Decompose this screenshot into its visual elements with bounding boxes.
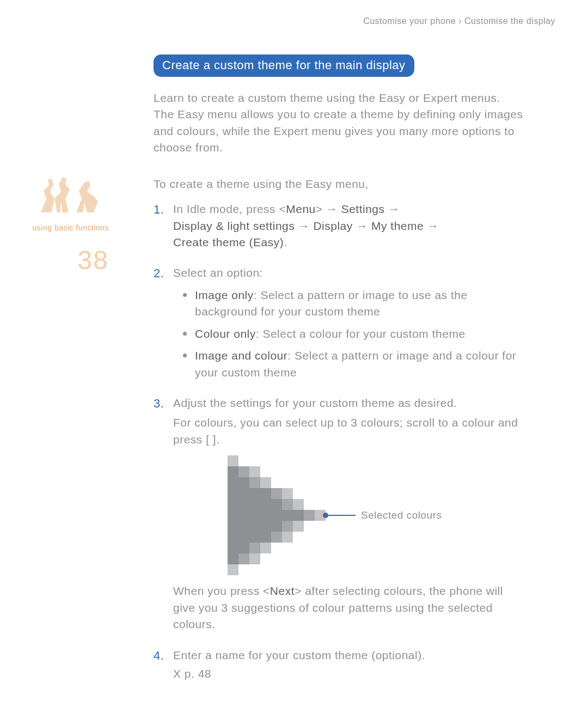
running-head-subsection: Customise the display	[464, 16, 555, 26]
step1-part: .	[284, 236, 287, 248]
intro-paragraph: Learn to create a custom theme using the…	[154, 90, 524, 156]
step-4-line-1: Enter a name for your custom theme (opti…	[173, 647, 524, 664]
step-3-line-2: For colours, you can select up to 3 colo…	[173, 415, 524, 448]
callout-text: Selected colours	[361, 509, 442, 521]
colour-triangle-icon	[228, 455, 326, 575]
step1-part: →	[353, 220, 371, 232]
step1-part: →	[424, 220, 439, 232]
colour-triangle-figure: Selected colours	[228, 455, 524, 575]
step-3-after-figure: When you press <Next> after selecting co…	[173, 583, 524, 632]
sidebar-illustration	[0, 169, 109, 218]
option-image-only-label: Image only	[195, 289, 254, 301]
callout-label: Selected colours	[361, 509, 442, 522]
next-key: Next	[270, 585, 295, 597]
running-head: Customise your phone › Customise the dis…	[154, 16, 555, 26]
step1-part: →	[385, 203, 400, 215]
my-theme-item: My theme	[371, 220, 424, 232]
create-theme-easy-item: Create theme (Easy)	[173, 236, 284, 248]
page-number: 38	[0, 245, 109, 275]
after-fig-part: When you press <	[173, 585, 270, 597]
option-image-only: Image only: Select a pattern or image to…	[183, 287, 524, 320]
breadcrumb-sep-icon: ›	[458, 16, 462, 26]
easy-menu-lead-in: To create a theme using the Easy menu,	[154, 176, 524, 192]
page-sidebar: using basic functions 38	[0, 169, 131, 275]
callout-pointer: Selected colours	[326, 509, 442, 522]
menu-key: Menu	[286, 203, 316, 215]
pointer-line-icon	[328, 515, 356, 516]
page-content: Create a custom theme for the main displ…	[154, 54, 524, 697]
step-1: In Idle mode, press <Menu> → Settings → …	[154, 201, 524, 251]
cross-reference: X p. 48	[173, 666, 524, 682]
option-colour-only: Colour only: Select a colour for your cu…	[183, 326, 524, 342]
option-colour-only-label: Colour only	[195, 327, 256, 340]
manual-page: Customise your phone › Customise the dis…	[0, 0, 588, 712]
pointer-dot-icon	[323, 513, 328, 518]
display-light-settings-item: Display & light settings	[173, 220, 295, 232]
step1-part: In Idle mode, press <	[173, 203, 286, 215]
option-colour-only-desc: : Select a colour for your custom theme	[256, 327, 465, 340]
step-4: Enter a name for your custom theme (opti…	[154, 647, 524, 683]
step1-part: →	[295, 220, 313, 232]
option-image-and-colour: Image and colour: Select a pattern or im…	[183, 348, 524, 381]
step1-part: > →	[316, 203, 341, 215]
running-head-section: Customise your phone	[363, 16, 456, 26]
step-1-text: In Idle mode, press <Menu> → Settings → …	[173, 201, 524, 251]
step-2-options: Image only: Select a pattern or image to…	[183, 287, 524, 381]
section-title-pill: Create a custom theme for the main displ…	[154, 54, 414, 77]
step-3-line-1: Adjust the settings for your custom them…	[173, 395, 524, 411]
step-3: Adjust the settings for your custom them…	[154, 395, 524, 633]
step-2-lead: Select an option:	[173, 266, 263, 279]
sidebar-caption: using basic functions	[0, 223, 109, 232]
option-image-and-colour-label: Image and colour	[195, 349, 287, 362]
settings-item: Settings	[341, 203, 385, 215]
steps-list: In Idle mode, press <Menu> → Settings → …	[154, 201, 524, 682]
dancers-icon	[33, 169, 109, 218]
display-item: Display	[313, 220, 352, 232]
step-2: Select an option: Image only: Select a p…	[154, 265, 524, 381]
